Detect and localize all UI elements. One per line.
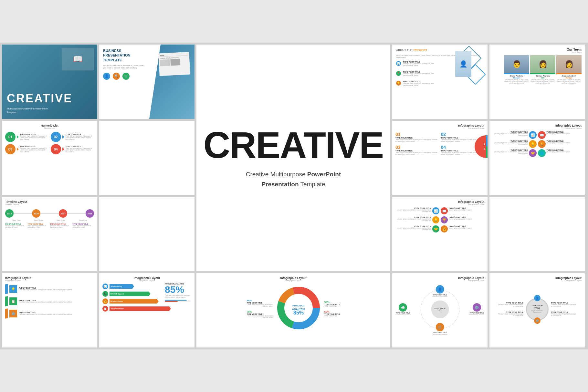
orbital-icon-left: ☁️ TYPE YOUR TITLE There are many variat… xyxy=(395,303,410,315)
inf-last-item-4: TYPE YOUR TITLE There are many variation… xyxy=(551,311,577,317)
inf-last-title: Infographic Layout xyxy=(493,276,582,280)
inf2-item-2: ✉️ TYPE YOUR TITLEyou are going to use a… xyxy=(538,131,582,139)
slide-donut-chart[interactable]: Infographic Layout Infographic Layout 30… xyxy=(196,273,390,347)
slide-timeline[interactable]: Timeline Layout Timeline Layout 2015 201… xyxy=(2,197,97,271)
project-analysis-desc: There are many variations of passages of… xyxy=(165,294,191,298)
svg-text:85%: 85% xyxy=(293,310,304,315)
slide-numeric-list[interactable]: Numeric List Numeric List 01 TYPE YOUR T… xyxy=(2,121,97,195)
slide-our-team[interactable]: Our Teem Our Teem 👨 Steve Andrew Manager… xyxy=(489,45,585,119)
bar-chart-subtitle: Infographic Layout xyxy=(102,280,191,282)
inf-last-item-3: TYPE YOUR TITLE There are many variation… xyxy=(551,302,577,307)
main-grid: 📖 CREATIVE Multipurpose PowerPoint Prese… xyxy=(0,43,588,349)
numeric-item-4: 04 TYPE YOUR TITLEThere are many variati… xyxy=(51,144,94,154)
slide-bar-chart[interactable]: Infographic Layout Infographic Layout 📊 … xyxy=(99,273,194,347)
inf-left-subtitle: Infographic Layout xyxy=(5,280,94,282)
cover-title: CREATIVE xyxy=(7,92,92,105)
numeric-item-3: 03 TYPE YOUR TITLEThere are many variati… xyxy=(5,144,49,154)
timeline-title: Timeline Layout xyxy=(5,200,94,203)
team-member-3: 👩 Jessica Andrew Manager you are going t… xyxy=(556,55,582,84)
business-title: BUSINESS PRESENTATION TEMPLATE xyxy=(103,48,145,62)
inf1-item-1: 01 TYPE YOUR TITLE There are many variat… xyxy=(395,132,439,143)
inf2-item-5: TYPE YOUR TITLEyou are going to use a Lo… xyxy=(493,149,537,157)
inf3-row-2: TYPE YOUR TITLEyou are going to use a Lo… xyxy=(395,216,484,223)
orbital-icon-right: ⚙️ TYPE YOUR TITLE There are many variat… xyxy=(469,303,484,315)
team-member-2: 👩 Stefani Andrew CEO you are going to us… xyxy=(530,55,555,84)
circular-subtitle: Infographic Layout xyxy=(395,280,484,282)
team-member-1: 👨 Steve Andrew Manager you are going to … xyxy=(504,55,529,84)
center-main-title: CREATIVE xyxy=(204,127,383,164)
inf2-subtitle: Infographic Layout xyxy=(493,127,582,129)
inf1-title: Infographic Layout xyxy=(395,124,484,127)
svg-text:C: C xyxy=(483,148,485,150)
slide-center-creative: CREATIVE Creative Multipurpose PowerPoin… xyxy=(196,45,390,271)
svg-text:A: A xyxy=(483,143,485,145)
inf2-item-4: 🏆 TYPE YOUR TITLEyou are going to use a … xyxy=(538,140,582,148)
project-item-1: 📊 TYPE YOUR TITLEThere are many variatio… xyxy=(396,61,438,67)
inf1-item-3: 03 TYPE YOUR TITLE There are many variat… xyxy=(395,145,439,156)
slide-circular-icons[interactable]: Infographic Layout Infographic Layout TY… xyxy=(392,273,488,347)
svg-text:PROJECT: PROJECT xyxy=(292,304,305,307)
inf-last-subtitle: Infographic Layout xyxy=(493,280,582,282)
donut-label-2: 75% TYPE YOUR TITLE There are many varia… xyxy=(247,310,273,318)
slide-infographic-layout-1[interactable]: Infographic Layout Infographic Layout 01… xyxy=(392,121,488,195)
donut-label-1: 30% TYPE YOUR TITLE There are many varia… xyxy=(247,299,273,307)
team-title: Our Teem xyxy=(493,48,582,51)
inf2-item-3: TYPE YOUR TITLEyou are going to use a Lo… xyxy=(493,140,537,148)
project-item-3: 💡 TYPE YOUR TITLEThere are many variatio… xyxy=(396,81,438,87)
center-subtitle: Creative Multipurpose PowerPoint Present… xyxy=(246,170,341,189)
bar-chart-title: Infographic Layout xyxy=(102,276,191,280)
numeric-title: Numeric List xyxy=(5,124,94,127)
inf-left-item-1: 💡 TYPE YOUR TITLEThere are many variatio… xyxy=(5,284,94,294)
inf3-row-3: TYPE YOUR TITLEyou are going to use a Lo… xyxy=(395,225,484,232)
timeline-subtitle: Timeline Layout xyxy=(5,203,94,205)
svg-point-0 xyxy=(475,135,488,158)
inf1-subtitle: Infographic Layout xyxy=(395,127,484,129)
inf-last-item-2: TYPE YOUR TITLE There are many variation… xyxy=(498,311,523,317)
bar-item-4: 📋 75% Presentation xyxy=(102,306,191,312)
slide-business[interactable]: NESS Economy of the European Union BUSIN… xyxy=(99,45,194,119)
slide-empty-2-2 xyxy=(99,121,194,195)
orbital-icon-bottom: 🛒 TYPE YOUR TITLE There are many variati… xyxy=(432,323,447,335)
inf-left-item-3: ⚙️ TYPE YOUR TITLEThere are many variati… xyxy=(5,309,94,318)
slide-infographic-layout-3[interactable]: Infographic Layout Infographic Layout TY… xyxy=(392,197,488,271)
slide-infographic-layout-2[interactable]: Infographic Layout Infographic Layout TY… xyxy=(489,121,585,195)
inf2-title: Infographic Layout xyxy=(493,124,582,127)
biz-icon-search: 🔍 xyxy=(113,73,120,80)
team-subtitle: Our Teem xyxy=(493,51,582,54)
numeric-item-1: 01 TYPE YOUR TITLEThere are many variati… xyxy=(5,132,49,142)
orbital-icon-top: 👤 TYPE YOUR TITLE There are many variati… xyxy=(432,285,447,297)
numeric-subtitle: Numeric List xyxy=(5,127,94,129)
inf2-item-1: TYPE YOUR TITLEyou are going to use a Lo… xyxy=(493,131,537,139)
donut-label-4: 60% TYPE YOUR TITLE TYPE YOUR TITLE xyxy=(324,310,340,317)
inf-left-item-2: 📋 TYPE YOUR TITLEThere are many variatio… xyxy=(5,296,94,306)
inf3-title: Infographic Layout xyxy=(395,200,484,203)
circular-title: Infographic Layout xyxy=(395,276,484,280)
donut-label-3: 50% TYPE YOUR TITLE TYPE YOUR TITLE xyxy=(324,301,340,307)
business-desc: you are going to use a passage of Lorem … xyxy=(103,64,145,69)
numeric-item-2: 02 TYPE YOUR TITLEThere are many variati… xyxy=(51,132,94,142)
slide-empty-3-2 xyxy=(99,197,194,271)
project-item-2: 📍 TYPE YOUR TITLEThere are many variatio… xyxy=(396,71,438,77)
inf3-row-1: TYPE YOUR TITLEyou are going to use a Lo… xyxy=(395,207,484,214)
slide-infographic-icons-left[interactable]: Infographic Layout Infographic Layout 💡 … xyxy=(2,273,97,347)
inf2-item-6: 🌐 TYPE YOUR TITLEyou are going to use a … xyxy=(538,149,582,157)
inf-last-item-1: TYPE YOUR TITLE There are many variation… xyxy=(498,302,523,307)
slide-about-project[interactable]: ABOUT THE PROJECT you are going to use a… xyxy=(392,45,488,119)
cover-subtitle: Multipurpose PowerPoint Presentation Tem… xyxy=(7,107,49,114)
inf-left-title: Infographic Layout xyxy=(5,276,94,280)
donut-title: Infographic Layout xyxy=(200,276,387,280)
donut-subtitle: Infographic Layout xyxy=(200,280,387,282)
biz-icon-user: 👤 xyxy=(103,73,110,80)
slide-infographic-last[interactable]: Infographic Layout Infographic Layout TY… xyxy=(489,273,585,347)
slide-creative-cover[interactable]: 📖 CREATIVE Multipurpose PowerPoint Prese… xyxy=(2,45,97,119)
project-analysis-number: 85% xyxy=(165,285,191,294)
inf3-subtitle: Infographic Layout xyxy=(395,203,484,205)
slide-empty-3-5 xyxy=(489,197,585,271)
biz-icon-cart: 🛒 xyxy=(122,73,130,80)
